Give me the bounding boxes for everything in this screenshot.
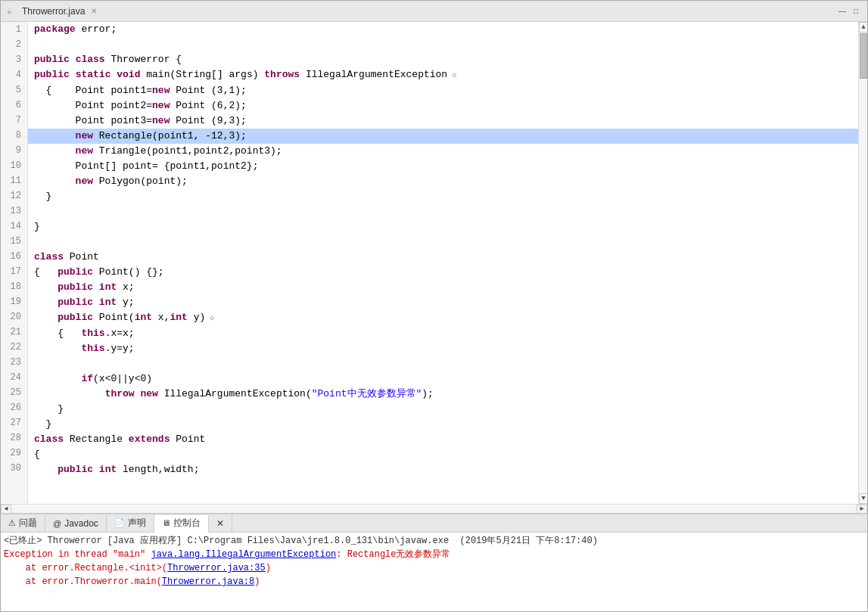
keyword-token: int (135, 312, 152, 323)
line-number: 4 (7, 67, 21, 82)
panel-tab-控制台[interactable]: 🖥控制台 (154, 515, 209, 533)
bottom-panel: ⚠问题@Javadoc📄声明🖥控制台✕ <已终止> Throwerror [Ja… (1, 513, 867, 611)
code-line: } (28, 402, 858, 417)
code-token (70, 69, 76, 80)
panel-tab-问题[interactable]: ⚠问题 (1, 514, 45, 532)
code-token: } (34, 403, 64, 415)
console-error-line: Exception in thread "main" java.lang.Ill… (4, 548, 864, 561)
fold-indicator[interactable]: ◇ (447, 71, 456, 79)
code-token: Rectangle(point1, -12,3); (93, 130, 247, 141)
scroll-up-arrow[interactable]: ▲ (859, 22, 867, 33)
scroll-right-arrow[interactable]: ► (857, 505, 867, 514)
code-token: Throwerror { (105, 54, 182, 65)
code-token: length,width; (117, 464, 199, 475)
code-line: } (28, 189, 858, 204)
code-token (93, 464, 99, 475)
code-token: { (34, 449, 40, 460)
code-token: Point point2= (34, 100, 152, 111)
tab-close-button[interactable]: ✕ (91, 7, 97, 15)
tab-icon: 📄 (114, 518, 125, 528)
keyword-token: new (76, 130, 93, 141)
main-window: ☕ Throwerror.java ✕ — □ 1234567891011121… (0, 0, 868, 612)
keyword-token: new (152, 115, 170, 126)
scroll-down-arrow[interactable]: ▼ (859, 493, 867, 504)
keyword-token: int (99, 281, 117, 293)
code-line: new Triangle(point1,point2,point3); (28, 144, 858, 159)
code-token (34, 464, 58, 475)
line-number: 9 (7, 143, 21, 158)
keyword-token: public (58, 281, 93, 293)
code-token (34, 176, 76, 187)
code-token: y) (188, 312, 205, 323)
line-number: 13 (7, 203, 21, 219)
code-line: } (28, 417, 858, 432)
code-token: { (34, 328, 81, 339)
scroll-thumb-vertical[interactable] (860, 33, 867, 79)
code-token: } (34, 221, 40, 232)
code-token: } (34, 418, 51, 430)
code-line: } (28, 219, 858, 235)
tab-label: 控制台 (173, 517, 201, 530)
code-line: new Rectangle(point1, -12,3); (28, 129, 858, 144)
code-token (93, 297, 99, 308)
line-number: 5 (7, 82, 21, 98)
code-line: { Point point1=new Point (3,1); (28, 83, 858, 98)
tab-icon: @ (53, 519, 61, 528)
maximize-button[interactable]: □ (851, 6, 861, 17)
title-bar: ☕ Throwerror.java ✕ — □ (1, 1, 867, 22)
fold-indicator[interactable]: ◇ (205, 314, 214, 322)
horizontal-scrollbar[interactable]: ◄ ► (1, 504, 867, 513)
code-token: { (34, 266, 58, 278)
line-number: 29 (7, 446, 21, 461)
keyword-token: class (34, 433, 64, 445)
keyword-token: throw (105, 388, 135, 399)
vertical-scrollbar[interactable]: ▲ ▼ (858, 22, 867, 504)
code-line: { (28, 447, 858, 462)
code-line: class Point (28, 250, 858, 265)
code-token (34, 297, 58, 308)
keyword-token: static (76, 69, 111, 80)
exception-link[interactable]: java.lang.IllegalArgumentException (151, 549, 336, 560)
console-content: <已终止> Throwerror [Java 应用程序] C:\Program … (1, 533, 867, 611)
code-line: package error; (28, 22, 858, 37)
keyword-token: int (170, 312, 187, 323)
scroll-thumb-horizontal[interactable] (13, 506, 855, 512)
editor-area: 1234567891011121314151617181920212223242… (1, 22, 867, 513)
keyword-token: public (58, 464, 93, 475)
code-token: Point (6,2); (170, 100, 246, 111)
console-terminated-line: <已终止> Throwerror [Java 应用程序] C:\Program … (4, 534, 864, 548)
stack-link-2[interactable]: Throwerror.java:8 (162, 576, 254, 587)
scroll-left-arrow[interactable]: ◄ (1, 505, 11, 514)
stack-trace-line-2: at error.Throwerror.main(Throwerror.java… (4, 575, 864, 589)
code-token (70, 54, 76, 65)
panel-tab-声明[interactable]: 📄声明 (107, 514, 154, 532)
file-icon: ☕ (7, 6, 17, 17)
keyword-token: new (140, 388, 157, 399)
code-line: class Rectangle extends Point (28, 432, 858, 447)
stack-link-1[interactable]: Throwerror.java:35 (167, 563, 266, 573)
file-name: Throwerror.java (22, 6, 85, 17)
keyword-token: if (81, 373, 93, 384)
panel-tab-Javadoc[interactable]: @Javadoc (45, 514, 107, 532)
code-token: { Point point1= (34, 85, 152, 96)
line-number: 14 (7, 219, 21, 234)
line-number: 16 (7, 249, 21, 264)
line-number: 20 (7, 309, 21, 325)
code-line: Point[] point= {point1,point2}; (28, 159, 858, 174)
keyword-token: new (152, 100, 170, 111)
code-content[interactable]: package error; public class Throwerror {… (28, 22, 858, 504)
tab-label: 问题 (19, 517, 37, 530)
panel-tab-✕[interactable]: ✕ (209, 514, 232, 532)
window-controls: — □ (837, 6, 861, 17)
keyword-token: new (76, 176, 93, 187)
code-line: Point point2=new Point (6,2); (28, 98, 858, 113)
keyword-token: new (76, 145, 93, 157)
code-token: Point[] point= {point1,point2}; (34, 160, 258, 172)
keyword-token: int (99, 464, 117, 475)
minimize-button[interactable]: — (837, 6, 848, 17)
code-token: Rectangle (64, 433, 129, 445)
keyword-token: void (117, 69, 140, 80)
code-line: public Point(int x,int y) ◇ (28, 310, 858, 326)
code-token: x; (117, 281, 134, 293)
code-token (93, 281, 99, 293)
